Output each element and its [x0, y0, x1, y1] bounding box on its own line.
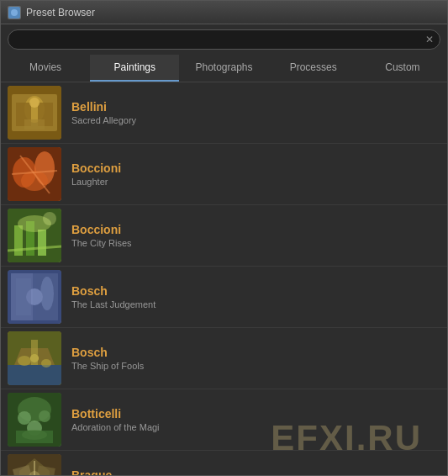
svg-point-28 — [40, 277, 54, 310]
item-info: BraqueViolin and Palette — [71, 468, 143, 475]
thumbnail-bosch1 — [8, 270, 61, 324]
item-title: Boccioni — [71, 161, 121, 175]
item-subtitle: Sacred Allegory — [71, 115, 136, 125]
item-title: Botticelli — [71, 407, 160, 420]
list-item[interactable]: BoschThe Last Judgement — [1, 267, 447, 328]
tab-movies[interactable]: Movies — [1, 55, 90, 82]
search-bar: ✕ — [1, 24, 447, 55]
tab-custom[interactable]: Custom — [358, 55, 447, 82]
item-title: Bosch — [71, 284, 155, 298]
item-subtitle: The City Rises — [71, 238, 132, 248]
svg-rect-33 — [31, 340, 38, 365]
svg-point-34 — [18, 356, 31, 366]
window-title: Preset Browser — [26, 7, 95, 19]
svg-rect-30 — [8, 365, 61, 385]
item-info: BotticelliAdoration of the Magi — [71, 407, 160, 432]
svg-rect-18 — [38, 230, 46, 256]
list-item[interactable]: BoccioniThe City Rises — [1, 205, 447, 267]
item-subtitle: Adoration of the Magi — [71, 422, 160, 432]
svg-point-7 — [29, 98, 40, 108]
window-icon — [8, 6, 21, 19]
tab-bar: Movies Paintings Photographs Processes C… — [1, 55, 447, 82]
svg-point-39 — [39, 410, 50, 422]
item-info: BoschThe Ship of Fools — [71, 346, 144, 371]
item-info: BelliniSacred Allegory — [71, 100, 136, 125]
thumbnail-boccioni1 — [8, 147, 61, 201]
tab-paintings[interactable]: Paintings — [90, 55, 179, 82]
svg-point-38 — [18, 411, 31, 425]
list-item[interactable]: BotticelliAdoration of the Magi — [1, 389, 447, 451]
svg-rect-8 — [24, 119, 45, 130]
list-item[interactable]: BraqueViolin and Palette — [1, 451, 447, 475]
thumbnail-braque — [8, 454, 61, 475]
item-title: Bellini — [71, 100, 136, 114]
list-item[interactable]: BoschThe Ship of Fools — [1, 328, 447, 389]
item-title: Boccioni — [71, 223, 132, 236]
item-title: Braque — [71, 468, 143, 475]
content-area: BelliniSacred Allegory BoccioniLaughter … — [1, 82, 447, 475]
list-item[interactable]: BelliniSacred Allegory — [1, 82, 447, 144]
item-info: BoccioniLaughter — [71, 161, 121, 187]
item-title: Bosch — [71, 346, 144, 359]
tab-processes[interactable]: Processes — [269, 55, 358, 82]
item-subtitle: Laughter — [71, 177, 121, 187]
item-info: BoccioniThe City Rises — [71, 223, 132, 248]
svg-point-1 — [11, 9, 18, 16]
thumbnail-botticelli — [8, 393, 61, 447]
list-item[interactable]: BoccioniLaughter — [1, 144, 447, 205]
item-subtitle: The Last Judgement — [71, 299, 155, 309]
svg-point-35 — [41, 359, 51, 368]
search-wrapper: ✕ — [8, 29, 440, 50]
tab-photographs[interactable]: Photographs — [179, 55, 268, 82]
preset-browser-window: Preset Browser ✕ Movies Paintings Photog… — [0, 0, 448, 476]
title-bar: Preset Browser — [1, 1, 447, 24]
thumbnail-bellini — [8, 86, 61, 140]
item-info: BoschThe Last Judgement — [71, 284, 155, 309]
thumbnail-bosch2 — [8, 331, 61, 385]
search-clear-button[interactable]: ✕ — [425, 34, 434, 45]
thumbnail-boccioni2 — [8, 209, 61, 262]
item-list[interactable]: BelliniSacred Allegory BoccioniLaughter … — [1, 82, 447, 475]
item-subtitle: The Ship of Fools — [71, 361, 144, 371]
search-input[interactable] — [8, 29, 440, 50]
svg-rect-27 — [16, 278, 31, 315]
svg-point-21 — [43, 212, 56, 225]
svg-point-42 — [22, 430, 47, 440]
